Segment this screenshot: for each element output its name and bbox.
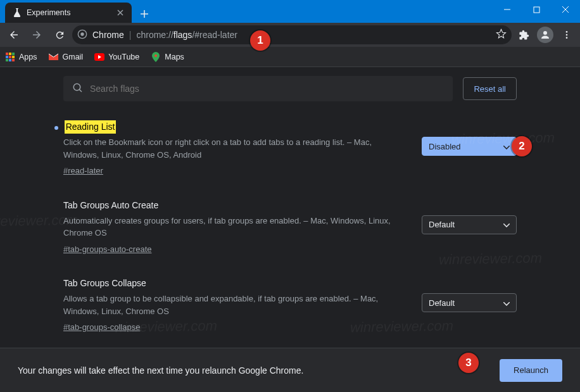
svg-point-3 xyxy=(543,31,547,35)
forward-button[interactable] xyxy=(27,25,47,45)
flag-anchor-link[interactable]: #read-later xyxy=(63,165,103,177)
flask-icon xyxy=(13,8,22,17)
flag-description: Allows a tab group to be collapsible and… xyxy=(63,293,409,317)
flag-dropdown-value: Default xyxy=(429,220,455,229)
maps-icon xyxy=(151,52,161,62)
flag-item: Tab Groups Auto Create Automatically cre… xyxy=(63,199,517,256)
titlebar: Experiments xyxy=(0,0,580,23)
flag-title: Tab Groups Collapse xyxy=(63,277,146,290)
svg-rect-7 xyxy=(6,53,8,55)
apps-shortcut[interactable]: Apps xyxy=(5,52,37,62)
flag-title: Reading List xyxy=(65,120,117,134)
youtube-icon xyxy=(94,52,104,62)
bookmark-label: Maps xyxy=(165,53,184,61)
chrome-logo-icon xyxy=(77,29,87,41)
svg-rect-15 xyxy=(12,59,15,61)
flag-anchor-link[interactable]: #tab-groups-collapse xyxy=(63,321,140,334)
maximize-button[interactable] xyxy=(522,0,551,19)
bookmark-label: Apps xyxy=(19,53,37,61)
svg-point-17 xyxy=(154,54,157,57)
close-window-button[interactable] xyxy=(551,0,580,19)
svg-rect-14 xyxy=(9,59,11,61)
chevron-down-icon xyxy=(503,298,510,308)
flag-dropdown[interactable]: Default xyxy=(422,293,517,312)
extensions-icon[interactable] xyxy=(514,25,533,44)
relaunch-button[interactable]: Relaunch xyxy=(500,359,562,382)
reload-button[interactable] xyxy=(49,25,70,45)
search-icon xyxy=(72,82,84,96)
gmail-bookmark[interactable]: Gmail xyxy=(49,52,84,62)
bullet-icon xyxy=(54,126,58,130)
apps-grid-icon xyxy=(5,52,15,62)
bookmarks-bar: Apps Gmail YouTube Maps xyxy=(0,47,580,67)
back-button[interactable] xyxy=(4,25,24,45)
chevron-down-icon xyxy=(503,220,510,229)
svg-point-2 xyxy=(80,32,84,35)
svg-rect-9 xyxy=(12,53,15,55)
svg-rect-12 xyxy=(12,56,15,58)
tab-title: Experiments xyxy=(27,8,70,17)
svg-point-4 xyxy=(566,31,568,33)
star-icon[interactable] xyxy=(496,28,507,41)
tab-close-icon[interactable] xyxy=(115,8,125,18)
bookmark-label: Gmail xyxy=(63,53,84,61)
flag-item: Reading List Click on the Bookmark icon … xyxy=(63,120,517,177)
menu-icon[interactable] xyxy=(557,25,576,44)
flag-description: Click on the Bookmark icon or right clic… xyxy=(63,136,409,161)
toolbar: Chrome | chrome://flags/#read-later xyxy=(0,23,580,47)
flag-dropdown-value: Disabled xyxy=(429,142,461,151)
maps-bookmark[interactable]: Maps xyxy=(151,52,184,62)
svg-rect-10 xyxy=(6,56,8,58)
svg-rect-0 xyxy=(534,7,539,13)
reset-all-button[interactable]: Reset all xyxy=(463,77,517,100)
annotation-badge-2: 2 xyxy=(512,136,532,156)
svg-rect-13 xyxy=(6,59,8,61)
relaunch-bar: Your changes will take effect the next t… xyxy=(0,348,580,392)
svg-point-18 xyxy=(73,84,80,91)
bookmark-label: YouTube xyxy=(108,53,139,61)
svg-rect-11 xyxy=(9,56,11,58)
minimize-button[interactable] xyxy=(493,0,522,19)
svg-point-6 xyxy=(566,37,568,39)
annotation-badge-1: 1 xyxy=(250,30,270,51)
flag-dropdown-value: Default xyxy=(429,298,455,308)
flag-anchor-link[interactable]: #tab-groups-auto-create xyxy=(63,243,151,256)
omnibox-site-label: Chrome xyxy=(92,30,124,40)
annotation-badge-3: 3 xyxy=(458,353,479,373)
flag-dropdown[interactable]: Disabled xyxy=(422,137,517,156)
chevron-down-icon xyxy=(503,142,510,151)
profile-avatar[interactable] xyxy=(536,25,555,44)
new-tab-button[interactable] xyxy=(136,5,153,23)
youtube-bookmark[interactable]: YouTube xyxy=(94,52,139,62)
omnibox-url: chrome://flags/#read-later xyxy=(136,30,491,40)
address-bar[interactable]: Chrome | chrome://flags/#read-later xyxy=(72,25,512,44)
gmail-icon xyxy=(49,52,59,62)
relaunch-message: Your changes will take effect the next t… xyxy=(18,365,303,376)
svg-point-5 xyxy=(566,34,568,36)
svg-rect-8 xyxy=(9,53,11,55)
flag-item: Tab Groups Collapse Allows a tab group t… xyxy=(63,277,517,334)
flag-description: Automatically creates groups for users, … xyxy=(63,215,409,239)
search-flags-input[interactable] xyxy=(90,84,444,94)
browser-tab[interactable]: Experiments xyxy=(5,3,132,23)
page-content: Reset all Reading List Click on the Book… xyxy=(0,67,580,392)
flag-dropdown[interactable]: Default xyxy=(422,215,517,234)
flag-title: Tab Groups Auto Create xyxy=(63,199,158,212)
search-flags-box[interactable] xyxy=(63,76,453,101)
